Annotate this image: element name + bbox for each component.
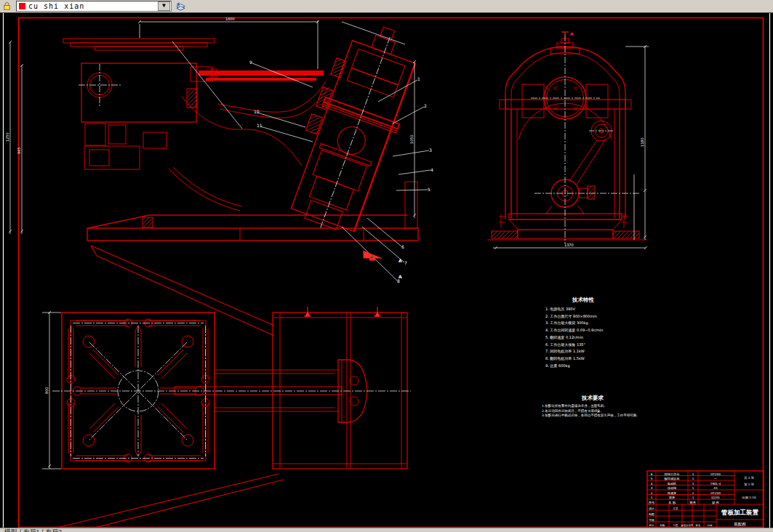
svg-text:9: 9	[249, 60, 252, 65]
svg-text:6: 6	[401, 244, 404, 249]
svg-text:45: 45	[713, 486, 718, 490]
svg-text:1: 1	[692, 496, 694, 499]
tech-specs-block: 技术特性 1. 电源电压 380V 2. 工作台面尺寸 800×800mm 3.…	[545, 297, 603, 368]
sheet-frame	[4, 13, 770, 532]
svg-text:底座: 底座	[669, 496, 676, 499]
part-callouts: 1 2 3 4 5 6 7 8 9 10 11	[249, 60, 433, 283]
svg-text:1: 1	[651, 496, 653, 499]
svg-text:3. 工作台最大载荷 300kg: 3. 工作台最大载荷 300kg	[545, 321, 588, 326]
svg-text:7. 回转电机功率 1.1kW: 7. 回转电机功率 1.1kW	[545, 349, 585, 354]
svg-text:1050: 1050	[409, 134, 414, 144]
title-block: 6 回转工作台 1 HT200 5 蜗轮减速器 1 — 4 电动机 1 Y90L…	[647, 471, 764, 528]
svg-text:共 1 张: 共 1 张	[744, 476, 755, 480]
svg-text:10: 10	[254, 109, 260, 114]
svg-text:数量: 数量	[690, 501, 696, 504]
svg-text:4. 工作台回转速度 0.09~0.9r/min: 4. 工作台回转速度 0.09~0.9r/min	[545, 328, 603, 333]
svg-text:第 1 张: 第 1 张	[744, 483, 755, 486]
svg-text:6: 6	[651, 472, 653, 476]
svg-text:A: A	[398, 258, 402, 263]
svg-text:1180: 1180	[640, 137, 644, 147]
svg-text:2. 工作台面尺寸 800×800mm: 2. 工作台面尺寸 800×800mm	[545, 314, 597, 319]
svg-text:HT200: HT200	[710, 491, 721, 495]
layer-previous-icon[interactable]	[174, 0, 188, 12]
svg-text:A: A	[398, 274, 402, 279]
svg-text:2: 2	[424, 103, 427, 108]
svg-text:签名: 签名	[696, 524, 701, 527]
svg-text:1: 1	[417, 76, 420, 81]
section-letters: A A A	[398, 31, 574, 279]
svg-text:1.装配前所有零件均需清洗干净，去除毛刺。: 1.装配前所有零件均需清洗干净，去除毛刺。	[542, 403, 607, 408]
svg-text:1370: 1370	[564, 243, 574, 247]
svg-text:Q235: Q235	[711, 496, 720, 499]
layer-name-value: cu shi xian	[28, 2, 158, 10]
cad-application-window: { "toolbar": { "icons_left": ["cut","cop…	[0, 0, 773, 532]
view-side-elevation[interactable]	[9, 15, 430, 281]
svg-text:4: 4	[430, 167, 433, 172]
svg-text:传动轴: 传动轴	[668, 486, 677, 490]
layer-lock-icon[interactable]	[0, 0, 14, 12]
toolbar-icons-right	[174, 0, 188, 12]
svg-text:标记: 标记	[649, 524, 654, 527]
dropdown-arrow-icon[interactable]: ▼	[158, 1, 170, 11]
svg-text:技术要求: 技术要求	[581, 395, 604, 401]
svg-text:Y90L-4: Y90L-4	[710, 482, 721, 485]
svg-text:A: A	[570, 31, 574, 36]
svg-text:1: 1	[692, 477, 694, 480]
layer-color-swatch[interactable]	[19, 3, 25, 9]
svg-text:审核: 审核	[649, 518, 654, 522]
svg-text:名 称: 名 称	[668, 501, 676, 504]
svg-text:800: 800	[44, 387, 49, 394]
svg-text:轴承座: 轴承座	[668, 491, 677, 495]
svg-text:1. 电源电压 380V: 1. 电源电压 380V	[545, 307, 575, 311]
svg-text:3: 3	[429, 148, 432, 153]
toolbar-icons-left: A?	[0, 0, 14, 12]
svg-text:5. 翻转速度 0.12r/min: 5. 翻转速度 0.12r/min	[545, 335, 583, 340]
drawing-subtitle: 装配图	[734, 522, 746, 527]
svg-text:设计: 设计	[649, 507, 654, 510]
svg-text:2: 2	[692, 491, 694, 495]
view-front-elevation[interactable]	[487, 32, 649, 249]
svg-text:965: 965	[17, 147, 21, 154]
svg-text:蜗轮减速器: 蜗轮减速器	[665, 477, 680, 480]
svg-text:1: 1	[692, 482, 694, 485]
toolbar: A? cu shi xian ▼	[0, 0, 773, 13]
svg-text:比例 1:10: 比例 1:10	[742, 496, 756, 500]
svg-text:1: 1	[692, 486, 694, 490]
svg-text:工艺: 工艺	[673, 507, 678, 510]
svg-text:技术特性: 技术特性	[572, 297, 595, 303]
svg-text:HT200: HT200	[710, 472, 721, 476]
layout-tabs-bar[interactable]: 模型 / 布局1 / 布局2	[0, 528, 773, 532]
svg-text:9. 总重 600kg: 9. 总重 600kg	[545, 363, 570, 368]
svg-text:7: 7	[404, 260, 407, 265]
svg-text:制图: 制图	[649, 512, 654, 516]
svg-text:电动机: 电动机	[668, 482, 677, 485]
svg-text:11: 11	[257, 123, 263, 128]
view-plan[interactable]	[42, 246, 411, 532]
drawing-title: 管板加工装置	[721, 509, 759, 516]
svg-text:1250: 1250	[5, 132, 9, 142]
svg-text:5: 5	[651, 477, 653, 480]
svg-text:3.装配后进行空载试运转，各部位不得有异常声响，工作平稳可靠: 3.装配后进行空载试运转，各部位不得有异常声响，工作平稳可靠。	[542, 413, 640, 418]
svg-text:5: 5	[428, 187, 430, 192]
svg-text:4: 4	[651, 482, 653, 485]
svg-text:更改文件号: 更改文件号	[681, 523, 694, 527]
layer-dropdown[interactable]: cu shi xian ▼	[16, 1, 172, 12]
svg-text:序号: 序号	[649, 501, 655, 504]
svg-text:1600: 1600	[225, 17, 235, 21]
svg-text:6. 工作台最大倾角 135°: 6. 工作台最大倾角 135°	[545, 342, 585, 347]
svg-text:8: 8	[397, 278, 400, 283]
svg-text:日期: 日期	[708, 524, 713, 527]
svg-text:2.各运动部件运转灵活，不得有卡滞现象。: 2.各运动部件运转灵活，不得有卡滞现象。	[542, 408, 604, 414]
svg-text:—: —	[714, 477, 717, 480]
svg-text:3: 3	[651, 486, 653, 490]
svg-text:回转工作台: 回转工作台	[665, 472, 680, 476]
svg-text:2: 2	[651, 491, 653, 495]
svg-text:1: 1	[692, 472, 694, 476]
tech-requirements-block: 技术要求 1.装配前所有零件均需清洗干净，去除毛刺。 2.各运动部件运转灵活，不…	[542, 395, 640, 418]
svg-text:8. 翻转电机功率 1.5kW: 8. 翻转电机功率 1.5kW	[545, 356, 585, 360]
layout-tabs[interactable]: 模型 / 布局1 / 布局2	[4, 528, 62, 532]
drawing-canvas[interactable]: 1 2 3 4 5 6 7 8 9 10 11 A A A 1600 1250 …	[0, 0, 773, 532]
svg-text:处数: 处数	[660, 523, 665, 527]
svg-text:分区: 分区	[673, 524, 678, 527]
